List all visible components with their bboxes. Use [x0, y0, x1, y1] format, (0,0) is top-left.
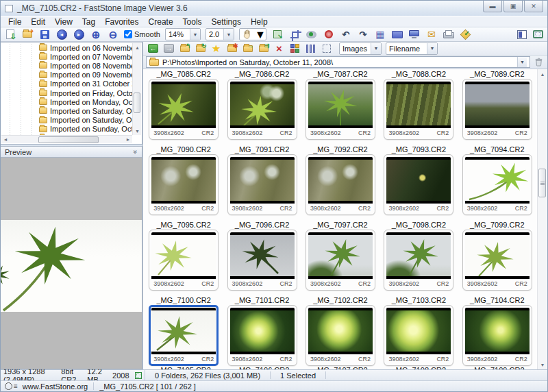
email-icon[interactable]: ✉	[425, 29, 438, 40]
file-filter-select[interactable]: Images▼	[339, 42, 382, 55]
thumbnail-cell[interactable]: _MG_7090.CR2 3908x2602 CR2	[145, 145, 223, 215]
minimize-button[interactable]: ▬	[483, 1, 502, 12]
folder-up-icon[interactable]: ↰	[179, 43, 190, 54]
thumbnail-card[interactable]: 3908x2602 CR2	[384, 154, 453, 215]
thumbnail-cell[interactable]: _MG_7089.CR2 3908x2602 CR2	[458, 70, 536, 140]
tree-item[interactable]: Imported on Saturday, Octo	[1, 106, 132, 115]
title-bar[interactable]: _MG_7105.CR2 - FastStone Image Viewer 3.…	[1, 1, 547, 16]
thumbnail-card[interactable]: 3908x2602 CR2	[227, 305, 297, 366]
address-input[interactable]: P:\Photos\Imported on Saturday, October …	[146, 56, 530, 68]
new-folder-icon[interactable]: ✱	[226, 43, 238, 54]
select-mode-icon[interactable]	[321, 43, 332, 54]
thumbnail-card[interactable]: 3908x2602 CR2	[384, 79, 453, 140]
zoom-in-icon[interactable]: ⊕	[90, 29, 102, 40]
gamma-select[interactable]: 2.0▼	[206, 28, 234, 40]
grid-scroll-down-icon[interactable]: ▼	[538, 360, 547, 369]
preview-header[interactable]: Preview »	[1, 146, 142, 158]
grid-scroll-up-icon[interactable]: ▲	[538, 69, 547, 79]
tree-item[interactable]: Imported on 06 November 2	[1, 43, 132, 52]
undo-icon[interactable]: ↶	[340, 29, 352, 40]
next-image-icon[interactable]: ►	[73, 29, 85, 40]
red-eye-icon[interactable]	[323, 29, 335, 40]
thumbnail-cell[interactable]: _MG_7092.CR2 3908x2602 CR2	[301, 145, 379, 215]
thumbnail-cell[interactable]: _MG_7095.CR2 3908x2602 CR2	[145, 221, 223, 291]
thumbnail-card[interactable]: 3908x2602 CR2	[149, 305, 219, 366]
zoom-out-icon[interactable]: ⊖	[107, 29, 119, 40]
slideshow-icon[interactable]	[391, 29, 403, 40]
tree-item[interactable]: Imported on 08 November 2	[1, 61, 132, 70]
monitor-icon[interactable]	[408, 29, 421, 40]
menu-file[interactable]: File	[3, 16, 26, 27]
thumbnail-cell[interactable]: _MG_7099.CR2 3908x2602 CR2	[458, 221, 536, 291]
thumbnail-card[interactable]: 3908x2602 CR2	[462, 154, 532, 215]
thumbnail-cell[interactable]: _MG_7085.CR2 3908x2602 CR2	[145, 70, 223, 140]
maximize-button[interactable]: ▣	[503, 1, 523, 12]
thumbnail-cell[interactable]: _MG_7094.CR2 3908x2602 CR2	[458, 145, 536, 215]
scroll-left-icon[interactable]: ◄	[1, 136, 10, 144]
tree-item[interactable]: Imported on Friday, Octobe	[1, 88, 132, 97]
sort-by-select[interactable]: Filename▼	[386, 42, 438, 55]
thumbnail-cell[interactable]: _MG_7100.CR2 3908x2602 CR2	[145, 296, 223, 366]
redo-icon[interactable]: ↷	[357, 29, 369, 40]
thumbnail-cell[interactable]: _MG_7097.CR2 3908x2602 CR2	[301, 221, 379, 291]
thumbnail-cell[interactable]: _MG_7103.CR2 3908x2602 CR2	[379, 296, 458, 366]
grid-scroll-thumb[interactable]	[538, 169, 546, 197]
scroll-down-icon[interactable]: ▼	[133, 127, 142, 135]
smooth-checkbox-input[interactable]	[124, 30, 132, 38]
refresh-icon[interactable]: ↻	[195, 43, 206, 54]
tree-item[interactable]: Imported on Saturday, Octo	[1, 116, 132, 125]
tree-item[interactable]: Imported on 07 November 2	[1, 52, 132, 61]
thumbnail-card[interactable]: 3908x2602 CR2	[149, 230, 219, 291]
tree-item[interactable]: Imported on Monday, Octob	[1, 97, 132, 106]
thumbnail-card[interactable]: 3908x2602 CR2	[384, 230, 453, 291]
sort-icon[interactable]	[305, 43, 316, 54]
delete-icon[interactable]: ×	[273, 43, 285, 54]
trash-icon[interactable]	[533, 57, 545, 68]
thumbnail-card[interactable]: 3908x2602 CR2	[149, 79, 219, 140]
clone-move-icon[interactable]: ↘	[271, 29, 284, 40]
zoom-level-select[interactable]: 14%▼	[165, 28, 201, 40]
tree-hscroll-thumb[interactable]	[38, 136, 99, 143]
fullscreen-icon[interactable]	[532, 29, 544, 40]
thumbnail-card[interactable]: 3908x2602 CR2	[149, 154, 219, 215]
open-folder-icon[interactable]: ➔	[21, 29, 34, 40]
folder-tree[interactable]: Imported on 06 November 2Imported on 07 …	[1, 42, 142, 145]
save-icon[interactable]	[38, 29, 51, 40]
smooth-checkbox[interactable]: Smooth	[124, 30, 160, 38]
menu-view[interactable]: View	[50, 16, 77, 27]
thumbnail-card[interactable]: 3908x2602 CR2	[384, 305, 453, 366]
menu-settings[interactable]: Settings	[207, 16, 246, 27]
menu-favorites[interactable]: Favorites	[100, 16, 143, 27]
move-to-folder-icon[interactable]: →	[242, 43, 253, 54]
thumbnail-cell[interactable]: _MG_7102.CR2 3908x2602 CR2	[301, 296, 379, 366]
tree-item[interactable]: Imported on Sunday, Octob	[1, 125, 132, 134]
tree-vscroll-thumb[interactable]	[134, 93, 140, 113]
thumbnail-cell[interactable]: _MG_7093.CR2 3908x2602 CR2	[379, 145, 458, 215]
thumbnail-cell[interactable]: _MG_7104.CR2 3908x2602 CR2	[458, 296, 536, 366]
view-mode-icon[interactable]	[289, 43, 301, 54]
browser-toggle-icon[interactable]	[516, 29, 528, 40]
tree-item[interactable]: Imported on 09 November 2	[1, 71, 132, 79]
thumbnail-card[interactable]: 3908x2602 CR2	[462, 230, 532, 291]
back-icon[interactable]: ←	[147, 43, 159, 54]
scroll-right-icon[interactable]: ►	[124, 136, 132, 144]
thumbnail-card[interactable]: 3908x2602 CR2	[306, 305, 375, 366]
forward-icon[interactable]: →	[163, 43, 175, 54]
copy-to-folder-icon[interactable]: ⇉	[258, 43, 269, 54]
favorites-star-icon[interactable]: ★	[210, 43, 222, 54]
menu-tag[interactable]: Tag	[77, 16, 100, 27]
thumbnail-card[interactable]: 3908x2602 CR2	[227, 154, 297, 215]
address-dropdown-icon[interactable]: ▼	[517, 57, 527, 67]
thumbnail-card[interactable]: 3908x2602 CR2	[306, 79, 375, 140]
thumbnail-cell[interactable]: _MG_7087.CR2 3908x2602 CR2	[301, 70, 379, 140]
tree-item[interactable]: Imported on 31 October 200	[1, 79, 132, 88]
tree-vertical-scrollbar[interactable]: ▲ ▼	[132, 43, 141, 135]
print-icon[interactable]	[443, 29, 455, 40]
compare-icon[interactable]: ▦	[374, 29, 386, 40]
thumbnail-card[interactable]: 3908x2602 CR2	[227, 230, 297, 291]
thumbnail-card[interactable]: 3908x2602 CR2	[306, 154, 375, 215]
grid-vertical-scrollbar[interactable]: ▲ ▼	[537, 69, 547, 369]
crop-icon[interactable]	[288, 29, 301, 40]
import-icon[interactable]	[4, 29, 16, 40]
tag-icon[interactable]	[460, 29, 472, 40]
